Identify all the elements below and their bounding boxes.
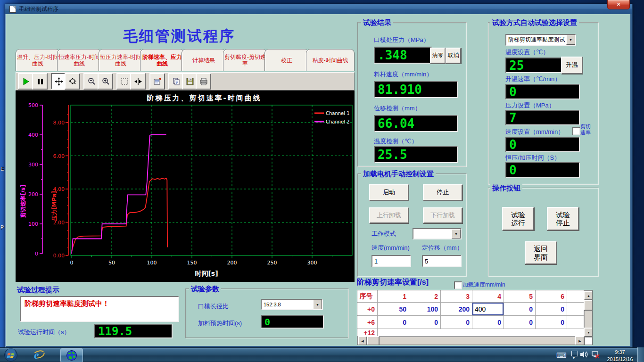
shear-rate-checkbox-label: 剪切速率 [580,123,591,135]
scroll-down-icon[interactable]: ▼ [584,328,593,337]
tab-calibration[interactable]: 校正 [264,49,309,71]
test-stop-button[interactable]: 试验停止 [547,207,579,230]
die-ratio-select[interactable]: 152:3.8 ▼ [261,299,323,310]
table-cell[interactable]: 0 [378,316,409,329]
scroll-right-icon[interactable]: ▶ [575,336,585,345]
clear-zero-button[interactable]: 清零 [430,48,446,64]
tab-const-rate-pressure[interactable]: 恒速率压力-时间曲线 [57,49,101,71]
pressure-set-display: 7 [505,110,580,125]
motor-start-button[interactable]: 启动 [369,184,409,201]
table-cell[interactable]: 50 [378,303,409,316]
heat-rate-display: 0 [505,84,580,99]
run-button[interactable] [18,73,33,90]
svg-text:8.00: 8.00 [53,120,65,126]
table-cell[interactable]: 0 [536,316,567,329]
close-button[interactable]: ✕ [607,0,630,9]
zoom-tool-button[interactable] [65,73,80,90]
hscroll-thumb[interactable] [367,336,380,345]
network-icon[interactable] [591,351,600,361]
scroll-left-icon[interactable]: ◀ [358,336,367,345]
table-cell[interactable] [567,316,584,329]
motor-stop-button[interactable]: 停止 [423,184,462,201]
chart-panel[interactable]: 阶梯压力、剪切速率-时间曲线时间[s]050100150200250300010… [16,90,355,282]
table-cell[interactable]: 0 [409,316,441,329]
table-cell[interactable]: 200 [441,303,472,316]
pause-button[interactable] [32,73,48,90]
table-hscrollbar[interactable]: ◀ ▶ [357,337,585,345]
table-cell[interactable] [567,303,584,316]
tab-viscosity-time[interactable]: 粘度-时间曲线 [306,49,355,71]
chevron-down-icon[interactable]: ▼ [572,356,576,360]
heat-up-button[interactable]: 升温 [561,57,583,74]
table-cell[interactable]: 0 [504,316,536,329]
show-desktop-button[interactable] [637,347,644,362]
table-cell[interactable]: 0 [504,303,536,316]
down-load-button[interactable]: 下行加载 [423,207,462,223]
tab-step-rate-stress[interactable]: 阶梯速率、应力曲线 [140,49,184,71]
step-rate-table[interactable]: 序号 1 2 3 4 5 6 +0 50 100 200 400 0 0 +6 … [357,290,593,345]
svg-text:Channel 1: Channel 1 [326,111,350,116]
table-cell[interactable]: 100 [409,303,441,316]
save-icon [186,77,194,86]
touch-keyboard-icon[interactable]: ⌨ [556,351,567,360]
zoom-out-button[interactable] [83,73,99,90]
return-ui-button[interactable]: 返回界面 [525,241,557,264]
globe-app-icon [66,350,77,361]
speaker-icon[interactable] [580,351,588,360]
taskbar [0,347,644,362]
window-titlebar[interactable]: 毛细管测试程序 [5,4,632,14]
zoom-in-button[interactable] [98,73,113,90]
start-button[interactable] [4,348,18,362]
print-icon [199,77,208,86]
die-ratio-label: 口模长径比 [198,302,229,311]
fit-axis-button[interactable] [130,73,146,90]
chevron-down-icon[interactable]: ▼ [452,229,461,239]
table-cell[interactable]: 0 [472,316,504,329]
chevron-down-icon[interactable]: ▼ [566,35,575,45]
column-header: 4 [472,290,504,303]
runtime-label: 试验运行时间（s） [18,328,70,337]
temp-set-label: 温度设置（℃） [505,48,549,57]
internet-explorer-icon[interactable]: e [32,349,45,361]
up-unload-button[interactable]: 上行卸载 [369,207,409,223]
table-row-partial[interactable] [378,329,584,337]
tab-const-pressure-rate[interactable]: 恒压力速率-时间曲线 [99,49,143,71]
svg-text:200: 200 [227,260,237,266]
chevron-down-icon[interactable]: ▼ [313,300,322,309]
taskbar-app-button[interactable] [60,348,83,362]
load-speed-checkbox[interactable] [454,281,462,289]
manual-speed-input[interactable]: 1 [372,255,411,267]
shear-rate-checkbox[interactable] [572,127,580,135]
results-title: 试验结果 [361,18,393,27]
cancel-button[interactable]: 取消 [446,48,461,64]
motor-title: 加载电机手动控制设置 [361,170,436,179]
test-mode-select[interactable]: 阶梯剪切速率黏度测试 ▼ [505,34,576,46]
properties-button[interactable] [149,73,165,90]
scroll-up-icon[interactable]: ▲ [584,291,593,300]
runtime-display: 119.5 [94,324,173,338]
displacement-display: 66.04 [374,115,458,132]
print-button[interactable] [196,73,211,90]
table-vscrollbar[interactable]: ▲ ▼ [584,290,593,337]
tab-temp-pressure-time[interactable]: 温升、压力-时间曲线 [16,49,60,71]
column-header: 2 [409,290,441,303]
cell-edit-input[interactable]: 400 [472,303,504,315]
svg-text:500: 500 [28,102,38,108]
operation-title: 操作按钮 [490,184,522,193]
work-mode-select[interactable]: ▼ [413,228,462,239]
tab-viscosity-shear[interactable]: 剪切黏度-剪切速率 [223,49,267,71]
test-run-button[interactable]: 试验运行 [502,207,534,230]
row-header: +0 [357,303,378,316]
fixed-disp-input[interactable]: 5 [422,255,462,267]
tab-calc-results[interactable]: 计算结果 [182,49,226,71]
taskbar-clock[interactable]: 9:37 2015/12/16 [605,349,635,362]
svg-text:250: 250 [267,260,277,266]
window-icon [9,6,16,13]
play-icon [22,77,30,86]
window-title: 毛细管测试程序 [19,5,58,13]
table-cell[interactable]: 0 [441,316,472,329]
vscroll-thumb[interactable] [584,300,593,311]
table-cell-editing[interactable]: 400 [472,303,504,316]
process-message-box: 阶梯剪切速率黏度测试中！ [20,296,179,322]
table-cell[interactable]: 0 [536,303,567,316]
